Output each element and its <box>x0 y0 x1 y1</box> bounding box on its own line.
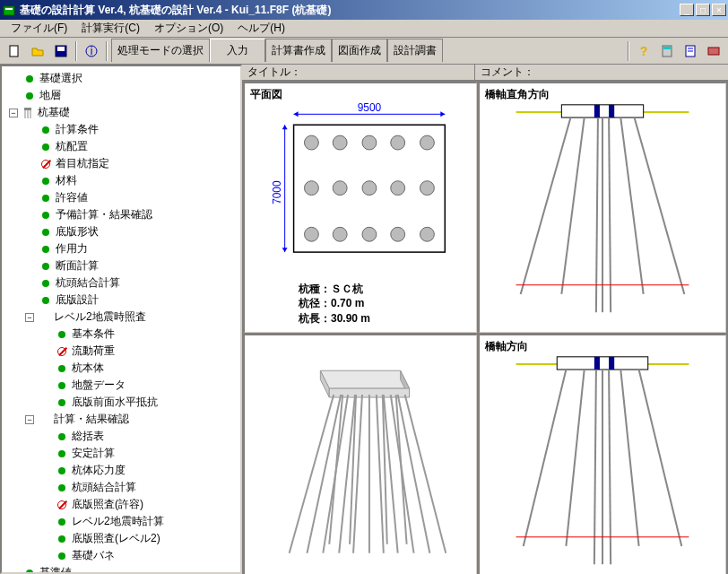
svg-text:i: i <box>91 45 93 57</box>
perp-svg <box>480 83 725 332</box>
ok-icon <box>56 533 68 545</box>
open-button[interactable] <box>27 40 48 62</box>
tree-item[interactable]: 作用力 <box>2 240 240 257</box>
svg-rect-72 <box>594 357 600 370</box>
axis-view[interactable]: 橋軸方向 <box>479 335 726 574</box>
collapse-icon[interactable]: − <box>25 313 34 322</box>
tree-item[interactable]: レベル2地震時計算 <box>2 513 240 530</box>
svg-line-44 <box>561 117 584 294</box>
tree-item[interactable]: 底版設計 <box>2 291 240 309</box>
svg-point-26 <box>362 135 377 150</box>
tree-label: 安定計算 <box>72 446 115 461</box>
svg-point-32 <box>391 181 405 196</box>
tree-label: 底版形状 <box>56 224 99 239</box>
tab-input[interactable]: 入力 <box>210 39 265 62</box>
svg-point-34 <box>304 227 318 241</box>
tree-item[interactable]: 材料 <box>2 172 240 189</box>
tab-mode-select[interactable]: 処理モードの選択 <box>111 39 210 62</box>
svg-rect-73 <box>609 357 614 370</box>
tree-label: 底版照査(許容) <box>72 497 143 512</box>
close-button[interactable]: × <box>712 4 726 16</box>
svg-point-28 <box>420 135 434 150</box>
info-button[interactable]: i <box>81 40 102 62</box>
tree-item[interactable]: 底版照査(許容) <box>2 496 240 513</box>
tree-item[interactable]: −杭基礎 <box>2 104 240 121</box>
tab-report[interactable]: 計算書作成 <box>265 39 332 62</box>
tree-item[interactable]: −レベル2地震時照査 <box>2 309 240 326</box>
title-label: タイトル： <box>242 65 475 80</box>
svg-line-43 <box>521 117 571 294</box>
collapse-icon[interactable]: − <box>9 109 18 117</box>
ok-icon <box>39 243 52 256</box>
tree-item[interactable]: 許容値 <box>2 189 240 206</box>
svg-line-69 <box>396 395 407 544</box>
toolbar-separator <box>75 41 77 61</box>
tab-drawing[interactable]: 図面作成 <box>332 39 387 62</box>
window-title: 基礎の設計計算 Ver.4, 杭基礎の設計 Ver.4 - Kui_11.F8F… <box>20 3 680 18</box>
tree-item[interactable]: 計算条件 <box>2 121 240 138</box>
tree-label: 底版設計 <box>56 292 99 308</box>
tree-item[interactable]: 底版照査(レベル2) <box>2 530 240 547</box>
ok-icon <box>39 277 52 290</box>
collapse-icon[interactable]: − <box>25 415 34 424</box>
menu-help[interactable]: ヘルプ(H) <box>230 19 292 38</box>
tree-item[interactable]: 底版形状 <box>2 223 240 240</box>
menu-option[interactable]: オプション(O) <box>147 19 230 38</box>
tree-item[interactable]: 底版前面水平抵抗 <box>2 394 240 411</box>
tree-label: 着目杭指定 <box>56 156 109 171</box>
calculator-icon[interactable] <box>656 40 678 62</box>
new-button[interactable] <box>4 40 25 62</box>
tree-label: 断面計算 <box>56 258 99 274</box>
3d-view[interactable] <box>244 335 477 574</box>
ok-icon <box>23 90 36 102</box>
svg-line-49 <box>635 117 685 294</box>
svg-point-38 <box>420 227 434 241</box>
tree-item[interactable]: 基礎選択 <box>2 70 240 87</box>
tree-item[interactable]: 着目杭指定 <box>2 155 240 172</box>
svg-line-75 <box>566 370 584 546</box>
dim-width: 9500 <box>358 101 382 114</box>
tree-item[interactable]: −計算・結果確認 <box>2 411 240 428</box>
ok-icon <box>39 226 52 239</box>
tree-label: 予備計算・結果確認 <box>56 207 152 222</box>
tree-label: レベル2地震時照査 <box>54 309 146 325</box>
tree-label: 杭頭結合計算 <box>56 275 120 291</box>
svg-rect-41 <box>594 105 600 117</box>
tree-label: 計算・結果確認 <box>54 412 129 427</box>
tree-item[interactable]: 安定計算 <box>2 445 240 462</box>
svg-rect-2 <box>10 46 18 57</box>
tree-item[interactable]: 地盤データ <box>2 377 240 394</box>
tree-panel[interactable]: 基礎選択地層−杭基礎計算条件杭配置着目杭指定材料許容値予備計算・結果確認底版形状… <box>0 65 242 574</box>
tree-item[interactable]: 地層 <box>2 87 240 104</box>
help-button[interactable]: ? <box>633 40 654 62</box>
save-button[interactable] <box>50 40 72 62</box>
tree-item[interactable]: 総括表 <box>2 428 240 445</box>
svg-marker-22 <box>282 248 288 252</box>
tree-item[interactable]: 杭本体 <box>2 360 240 377</box>
tree-item[interactable]: 杭配置 <box>2 138 240 155</box>
tree-item[interactable]: 基本条件 <box>2 326 240 343</box>
svg-line-48 <box>620 117 643 294</box>
menu-file[interactable]: ファイル(F) <box>4 19 74 38</box>
tree-label: 杭体応力度 <box>72 463 126 478</box>
document-icon[interactable] <box>680 40 701 62</box>
perpendicular-view[interactable]: 橋軸直角方向 <box>479 83 726 333</box>
maximize-button[interactable]: □ <box>696 4 710 16</box>
settings-icon[interactable] <box>703 40 724 62</box>
tree-label: レベル2地震時計算 <box>72 514 164 529</box>
tree-item[interactable]: 予備計算・結果確認 <box>2 206 240 223</box>
svg-line-45 <box>596 117 598 312</box>
tree-item[interactable]: 基準値 <box>2 564 240 574</box>
tree-item[interactable]: 杭頭結合計算 <box>2 479 240 496</box>
plan-view[interactable]: 平面図 9500 7000 <box>244 83 477 333</box>
tree-item[interactable]: 杭体応力度 <box>2 462 240 479</box>
tree-item[interactable]: 流動荷重 <box>2 343 240 360</box>
svg-point-25 <box>333 135 347 150</box>
menu-calc[interactable]: 計算実行(C) <box>74 19 147 38</box>
tree-item[interactable]: 基礎バネ <box>2 547 240 564</box>
tab-design-report[interactable]: 設計調書 <box>387 39 443 62</box>
tree-item[interactable]: 断面計算 <box>2 257 240 274</box>
minimize-button[interactable]: _ <box>680 4 694 16</box>
tree-item[interactable]: 杭頭結合計算 <box>2 274 240 291</box>
toolbar: i 処理モードの選択 入力 計算書作成 図面作成 設計調書 ? <box>0 38 728 65</box>
